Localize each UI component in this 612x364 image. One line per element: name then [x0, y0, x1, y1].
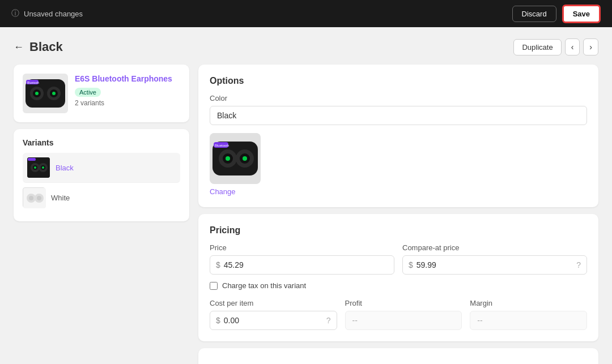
variants-section-title: Variants: [23, 138, 180, 147]
svg-point-19: [29, 196, 33, 200]
color-label: Color: [210, 94, 587, 102]
compare-price-input-wrapper: $ ?: [402, 255, 587, 275]
charge-tax-checkbox[interactable]: [210, 282, 218, 290]
prev-button[interactable]: ‹: [565, 38, 580, 55]
main-layout: Bluetooth E6S Bluetooth Earphones Active…: [14, 65, 598, 364]
variant-image-preview: Bluetooth: [210, 133, 261, 184]
price-field-group: Price $: [210, 243, 394, 275]
variants-card: Variants Bla: [14, 129, 189, 221]
margin-label: Margin: [470, 299, 587, 307]
svg-point-21: [37, 196, 41, 200]
svg-text:Bluetooth: Bluetooth: [215, 144, 229, 147]
variant-preview-svg: Bluetooth: [210, 133, 261, 184]
profit-value: --: [345, 311, 462, 330]
next-button[interactable]: ›: [583, 38, 598, 55]
cost-currency-symbol: $: [216, 316, 220, 325]
top-bar-actions: Discard Save: [512, 5, 601, 23]
inventory-section: Inventory: [198, 348, 598, 364]
cost-input[interactable]: [224, 316, 323, 325]
price-label: Price: [210, 243, 394, 252]
cost-help-icon[interactable]: ?: [326, 316, 331, 325]
status-badge: Active: [75, 88, 101, 97]
variant-thumb-black: [27, 157, 50, 178]
charge-tax-label: Charge tax on this variant: [222, 281, 306, 290]
color-input[interactable]: [210, 106, 587, 125]
page: ← Black Duplicate ‹ ›: [0, 27, 612, 364]
product-name: E6S Bluetooth Earphones: [75, 74, 180, 84]
cost-label: Cost per item: [210, 299, 337, 307]
duplicate-button[interactable]: Duplicate: [513, 39, 561, 55]
product-image: Bluetooth: [23, 74, 68, 113]
compare-help-icon[interactable]: ?: [576, 260, 581, 269]
change-image-link[interactable]: Change: [210, 187, 236, 196]
product-info: E6S Bluetooth Earphones Active 2 variant…: [75, 74, 180, 107]
pricing-grid: Price $ Compare-at price $ ?: [210, 243, 587, 275]
variant-thumb-white: [23, 187, 45, 208]
variant-item-black[interactable]: Black: [23, 153, 180, 183]
variant-label-black: Black: [56, 164, 74, 172]
page-header: ← Black Duplicate ‹ ›: [14, 38, 598, 55]
svg-rect-16: [28, 158, 36, 161]
compare-price-field-group: Compare-at price $ ?: [402, 243, 587, 275]
compare-price-input[interactable]: [416, 260, 573, 269]
page-header-left: ← Black: [14, 40, 63, 54]
svg-point-6: [52, 92, 56, 95]
inventory-title: Inventory: [210, 359, 587, 364]
profit-field-group: Profit --: [345, 299, 462, 330]
back-button[interactable]: ←: [14, 41, 24, 53]
price-input-wrapper: $: [210, 255, 394, 275]
price-currency-symbol: $: [216, 260, 220, 269]
product-card: Bluetooth E6S Bluetooth Earphones Active…: [14, 65, 189, 122]
svg-point-26: [226, 156, 230, 161]
options-section: Options Color: [198, 65, 598, 207]
margin-value: --: [470, 311, 587, 330]
price-input[interactable]: [224, 260, 388, 269]
variant-image-black: [27, 157, 50, 178]
compare-price-label: Compare-at price: [402, 243, 587, 252]
product-image-svg: Bluetooth: [23, 74, 68, 113]
cost-field-group: Cost per item $ ?: [210, 299, 337, 330]
charge-tax-row: Charge tax on this variant: [210, 281, 587, 290]
pricing-title: Pricing: [210, 225, 587, 235]
image-preview-area: Bluetooth Change: [210, 133, 587, 196]
left-column: Bluetooth E6S Bluetooth Earphones Active…: [14, 65, 189, 221]
page-header-right: Duplicate ‹ ›: [513, 38, 598, 55]
right-column: Options Color: [198, 65, 598, 364]
save-button[interactable]: Save: [562, 5, 601, 23]
top-bar: ⓘ Unsaved changes Discard Save: [0, 0, 612, 27]
discard-button[interactable]: Discard: [512, 6, 556, 22]
profit-label: Profit: [345, 299, 462, 307]
svg-point-15: [42, 166, 44, 169]
variant-label-white: White: [51, 194, 70, 202]
pricing-section: Pricing Price $ Compare-at price $: [198, 214, 598, 341]
variants-count: 2 variants: [75, 99, 180, 107]
variant-item-white[interactable]: White: [23, 183, 180, 212]
info-icon: ⓘ: [11, 8, 19, 19]
unsaved-indicator: ⓘ Unsaved changes: [11, 8, 83, 19]
svg-point-5: [35, 92, 39, 95]
unsaved-label: Unsaved changes: [24, 10, 83, 18]
cost-input-wrapper: $ ?: [210, 311, 337, 330]
svg-point-29: [243, 156, 247, 161]
svg-point-12: [34, 166, 36, 169]
margin-field-group: Margin --: [470, 299, 587, 330]
cost-profit-margin: Cost per item $ ? Profit -- Margin --: [210, 299, 587, 330]
page-title: Black: [29, 40, 63, 54]
variant-image-white: [23, 188, 46, 208]
compare-currency-symbol: $: [409, 260, 413, 269]
svg-text:Bluetooth: Bluetooth: [27, 81, 39, 84]
options-title: Options: [210, 76, 587, 86]
